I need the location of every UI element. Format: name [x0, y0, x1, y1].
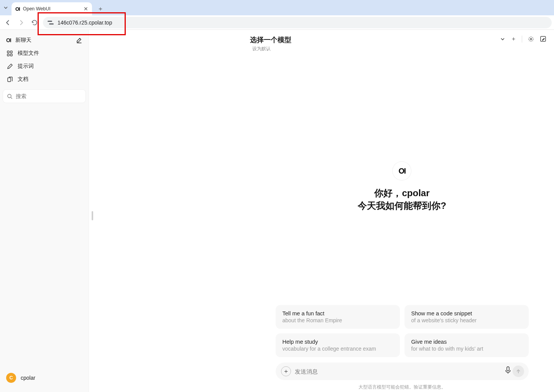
avatar: C: [6, 373, 16, 383]
logo-icon: OI: [393, 162, 411, 180]
suggestion-title: Help me study: [283, 339, 393, 345]
svg-rect-0: [48, 21, 52, 22]
svg-rect-6: [8, 78, 11, 82]
disclaimer-text: 大型语言模型可能会犯错。验证重要信息。: [250, 384, 554, 392]
arrow-right-icon: [18, 19, 25, 26]
send-button[interactable]: [513, 366, 524, 377]
tabs-dropdown[interactable]: [0, 0, 12, 15]
arrow-up-icon: [516, 369, 521, 374]
message-input[interactable]: [295, 368, 507, 375]
suggestion-subtitle: about the Roman Empire: [283, 317, 393, 323]
greeting: OI 你好，cpolar 今天我如何能帮到你?: [358, 162, 446, 212]
grid-icon: [6, 51, 13, 56]
sidebar-item-label: 提示词: [18, 63, 34, 70]
attach-button[interactable]: ＋: [281, 366, 291, 376]
chevron-down-icon[interactable]: [500, 36, 505, 42]
suggestion-card[interactable]: Give me ideas for what to do with my kid…: [404, 333, 529, 357]
search-box[interactable]: [3, 90, 85, 103]
svg-point-7: [8, 94, 11, 98]
svg-rect-3: [10, 51, 12, 53]
documents-icon: [6, 77, 13, 82]
sidebar-item-prompts[interactable]: 提示词: [0, 60, 89, 73]
close-icon[interactable]: ✕: [84, 6, 88, 12]
model-title: 选择一个模型: [250, 35, 291, 44]
forward-button[interactable]: [15, 17, 27, 28]
suggestion-title: Give me ideas: [411, 339, 522, 345]
suggestion-title: Tell me a fun fact: [283, 310, 393, 317]
compose-icon[interactable]: [540, 36, 546, 42]
message-composer[interactable]: ＋: [276, 362, 529, 380]
suggestion-subtitle: for what to do with my kids' art: [411, 346, 522, 352]
sidebar-item-label: 模型文件: [18, 50, 39, 57]
greeting-line-1: 你好，cpolar: [358, 187, 446, 199]
tab-title: Open WebUI: [23, 6, 81, 11]
sidebar-item-label: 文档: [18, 76, 28, 83]
search-icon: [7, 93, 13, 99]
model-selector[interactable]: 选择一个模型 设为默认: [250, 35, 291, 52]
set-default-link[interactable]: 设为默认: [252, 46, 291, 52]
divider: [522, 36, 522, 43]
svg-point-8: [530, 38, 532, 39]
suggestion-title: Show me a code snippet: [411, 310, 522, 317]
svg-rect-2: [7, 51, 9, 53]
sidebar: OI 新聊天 模型文件 提示词: [0, 30, 89, 392]
sidebar-item-modelfiles[interactable]: 模型文件: [0, 47, 89, 60]
add-button[interactable]: ＋: [511, 35, 516, 43]
new-tab-button[interactable]: ＋: [95, 3, 106, 14]
reload-button[interactable]: [28, 17, 40, 28]
suggestion-card[interactable]: Show me a code snippet of a website's st…: [404, 305, 529, 329]
new-chat-button[interactable]: OI 新聊天: [0, 34, 89, 47]
url-text: 146c076.r25.cpolar.top: [58, 20, 112, 26]
settings-icon[interactable]: [528, 36, 534, 43]
suggestion-card[interactable]: Tell me a fun fact about the Roman Empir…: [276, 305, 400, 329]
suggestion-card[interactable]: Help me study vocabulary for a college e…: [276, 333, 400, 357]
mic-button[interactable]: [505, 366, 511, 374]
logo-icon: OI: [6, 37, 11, 43]
chevron-down-icon: [3, 5, 8, 10]
svg-rect-4: [7, 54, 9, 56]
arrow-left-icon: [5, 19, 12, 26]
reload-icon: [31, 19, 38, 26]
svg-rect-1: [49, 23, 54, 25]
suggestion-subtitle: vocabulary for a college entrance exam: [283, 346, 393, 352]
main-area: 选择一个模型 设为默认 ＋ OI 你好，cpolar 今天我如何能帮到你?: [89, 30, 554, 392]
pencil-icon: [6, 64, 13, 69]
tab-favicon-icon: OI: [15, 6, 20, 12]
browser-tab[interactable]: OI Open WebUI ✕: [12, 2, 92, 15]
sidebar-item-documents[interactable]: 文档: [0, 73, 89, 86]
edit-icon[interactable]: [76, 37, 82, 44]
top-bar: 选择一个模型 设为默认 ＋: [89, 30, 554, 53]
suggestion-grid: Tell me a fun fact about the Roman Empir…: [276, 305, 529, 357]
site-settings-icon[interactable]: [48, 20, 54, 25]
url-field[interactable]: 146c076.r25.cpolar.top: [43, 17, 552, 28]
svg-rect-10: [507, 367, 509, 371]
svg-rect-5: [10, 54, 12, 56]
suggestion-subtitle: of a website's sticky header: [411, 317, 522, 323]
browser-tab-bar: OI Open WebUI ✕ ＋: [0, 0, 554, 15]
new-chat-label: 新聊天: [15, 37, 31, 44]
user-name: cpolar: [21, 375, 35, 381]
user-menu[interactable]: C cpolar: [0, 367, 89, 388]
search-input[interactable]: [16, 93, 82, 99]
address-bar: 146c076.r25.cpolar.top: [0, 15, 554, 30]
back-button[interactable]: [2, 17, 14, 28]
greeting-line-2: 今天我如何能帮到你?: [358, 200, 446, 212]
